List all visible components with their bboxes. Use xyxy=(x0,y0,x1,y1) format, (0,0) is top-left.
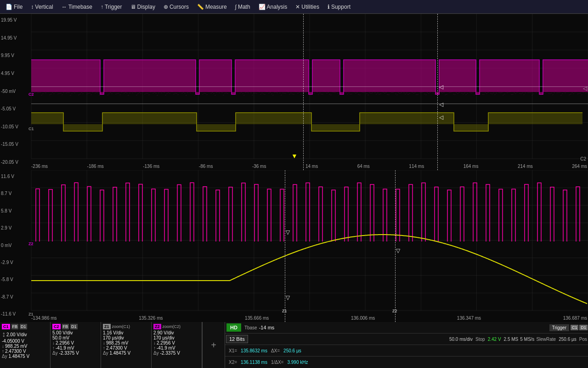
bot-cursor-arrow3: ▽ xyxy=(396,247,400,254)
menu-analysis[interactable]: 📈 Analysis xyxy=(255,2,291,12)
z2-cursor-label: Z2 xyxy=(392,309,397,313)
z2-info-panel: Z2 zoom(C2) 2.90 V/div 170 µs/div ↓ 2.29… xyxy=(152,322,202,368)
menu-file[interactable]: 📄 File xyxy=(2,2,26,12)
right-arrow-marker: ◁ xyxy=(583,85,587,92)
dc-d1-badge: D1 xyxy=(579,325,588,330)
bottom-waveform-canvas xyxy=(0,170,588,322)
z1-vdiv: 1.16 V/div xyxy=(103,330,149,335)
c1-val2: 2.47300 V xyxy=(5,349,26,354)
top-waveform-canvas xyxy=(0,14,588,170)
menu-utilities[interactable]: ✕ Utilities xyxy=(292,2,323,12)
bot-cursor1 xyxy=(285,170,285,322)
bottom-waveform-panel: 11.6 V 8.7 V 5.8 V 2.9 V 0 mV -2.9 V -5.… xyxy=(0,170,588,322)
c1-val1: 988.25 mV xyxy=(5,344,27,349)
c2-d1-badge: D1 xyxy=(70,324,78,329)
c2-label: C2 xyxy=(52,324,61,329)
z2-sub: zoom(C2) xyxy=(163,324,181,329)
top-cursor1 xyxy=(303,14,304,170)
slewrate-val: 250.6 µs xyxy=(557,337,578,342)
menu-trigger[interactable]: ↑ Trigger xyxy=(97,2,126,12)
pos-label: Pos xyxy=(578,337,588,342)
tbase-val: -14 ms xyxy=(259,325,275,330)
z1-cursor-label: Z1 xyxy=(282,309,287,313)
z2-badge: Z2 xyxy=(28,242,34,246)
info-bar: C1 FB D1 ↕ 2.00 V/div -4.05000 V ↓ 988.2… xyxy=(0,322,588,368)
c2-info-panel: C2 FB D1 5.00 V/div 50.0 mV ↓ 2.2956 V ↑… xyxy=(51,322,101,368)
top-x-labels: -236 ms -186 ms -136 ms -86 ms -36 ms 14… xyxy=(31,164,587,169)
c2-val1: 2.2956 V xyxy=(56,340,74,345)
z2-val1: 2.2956 V xyxy=(157,340,175,345)
menu-measure[interactable]: 📏 Measure xyxy=(193,2,231,12)
menu-vertical[interactable]: ↕ Vertical xyxy=(27,2,57,12)
bot-cursor-arrow2: ▽ xyxy=(286,294,290,301)
slewrate-label: SlewRate xyxy=(535,337,557,342)
deltax-val: 250.6 µs xyxy=(283,348,301,353)
inv-deltax-label: 1/ΔX= xyxy=(271,360,284,365)
top-cursor2 xyxy=(437,14,438,170)
c2-delta: -2.3375 V xyxy=(59,351,79,356)
z1-val2: 2.47300 V xyxy=(106,345,127,351)
stop-val: 2.42 V xyxy=(486,337,503,342)
c1-d1-badge: D1 xyxy=(20,324,27,329)
add-channel-button[interactable]: + xyxy=(202,322,225,368)
right-measurement-panel: HD Tbase -14 ms Trigger C1 D1 12 Bits 50… xyxy=(225,322,588,368)
z1-info-panel: Z1 zoom(C1) 1.16 V/div 170 µs/div ↓ 988.… xyxy=(101,322,152,368)
measure-icon: 📏 xyxy=(197,4,204,10)
samplerate-val: 5 MS/s xyxy=(519,337,535,342)
vertical-icon: ↕ xyxy=(31,4,34,10)
cursor-arrow-3: ◁ xyxy=(439,114,443,121)
deltax-label: ΔX= xyxy=(271,348,280,353)
inv-deltax-val: 3.990 kHz xyxy=(287,360,308,365)
menu-math[interactable]: ∫ Math xyxy=(232,2,254,12)
z2-tdiv: 170 µs/div xyxy=(153,335,200,340)
trigger-icon: ↑ xyxy=(101,4,103,10)
c1-offset: -4.05000 V xyxy=(2,339,48,344)
timebase-icon: ↔ xyxy=(62,4,67,10)
trigger-marker: ▼ xyxy=(291,152,298,160)
z1-sub: zoom(C1) xyxy=(112,324,130,329)
z2-val2: -41.9 mV xyxy=(157,345,175,351)
x2-label: X2= xyxy=(229,360,237,365)
top-y-labels: 19.95 V 14.95 V 9.95 V 4.95 V -50 mV -5.… xyxy=(1,17,18,165)
c1-delta: 1.48475 V xyxy=(8,354,29,359)
z1-tdiv: 170 µs/div xyxy=(103,335,149,340)
menu-display[interactable]: 🖥 Display xyxy=(127,2,159,12)
top-cursor-h1 xyxy=(31,86,588,87)
dc-c1-badge: C1 xyxy=(571,325,579,330)
bot-x-labels: -134.986 ms 135.326 ms 135.666 ms 136.00… xyxy=(31,316,587,321)
bot-cursor-arrow1: ▽ xyxy=(286,229,290,236)
menu-cursors[interactable]: ⊕ Cursors xyxy=(160,2,192,12)
top-waveform-panel: 19.95 V 14.95 V 9.95 V 4.95 V -50 mV -5.… xyxy=(0,14,588,170)
stop-label: Stop xyxy=(475,337,486,342)
z2-vdiv: 2.90 V/div xyxy=(153,330,200,335)
bot-y-labels: 11.6 V 8.7 V 5.8 V 2.9 V 0 mV -2.9 V -5.… xyxy=(1,174,16,316)
display-icon: 🖥 xyxy=(130,4,136,10)
c2-val2: -41.9 mV xyxy=(56,345,74,351)
z2-delta: -2.3375 V xyxy=(160,351,180,356)
c1-vdiv: 2.00 V/div xyxy=(6,332,27,337)
top-cursor-h2 xyxy=(31,104,588,104)
z1-delta: 1.48475 V xyxy=(109,351,130,356)
cursor-arrow-2: ◁ xyxy=(439,101,443,108)
msdiv-val: 50.0 ms/div xyxy=(447,337,475,342)
z2-label: Z2 xyxy=(153,324,161,329)
x1-label: X1= xyxy=(229,348,237,353)
menu-support[interactable]: ℹ Support xyxy=(324,2,354,12)
c1-badge-top: C1 xyxy=(28,126,34,131)
plus-icon: + xyxy=(211,340,216,351)
analysis-icon: 📈 xyxy=(259,4,266,10)
file-icon: 📄 xyxy=(6,4,12,10)
c2-offset: 50.0 mV xyxy=(52,335,99,340)
samplerate-label: 2.5 MS xyxy=(503,337,520,342)
menu-timebase[interactable]: ↔ Timebase xyxy=(58,2,96,12)
z1-label: Z1 xyxy=(103,324,111,329)
cursor-arrow-1: ◁ xyxy=(439,84,443,90)
support-icon: ℹ xyxy=(328,4,330,10)
menu-bar: 📄 File ↕ Vertical ↔ Timebase ↑ Trigger 🖥… xyxy=(0,0,588,14)
trigger-label: Trigger xyxy=(549,324,569,331)
c2-label-right: C2 xyxy=(580,156,586,161)
x2-val: 136.1138 ms xyxy=(241,360,267,365)
bot-cursor2 xyxy=(395,170,396,322)
bits-badge: 12 Bits xyxy=(226,335,248,343)
c2-fb-badge: FB xyxy=(62,324,69,329)
